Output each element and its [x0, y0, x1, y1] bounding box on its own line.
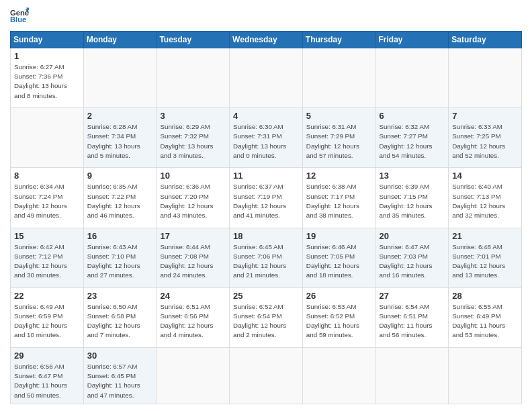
day-info: Sunrise: 6:56 AM Sunset: 6:47 PM Dayligh… — [14, 362, 80, 400]
day-number: 15 — [14, 231, 80, 241]
day-number: 27 — [380, 291, 445, 301]
day-number: 26 — [306, 291, 372, 301]
day-number: 18 — [233, 231, 299, 241]
day-number: 4 — [233, 111, 299, 121]
day-number: 20 — [380, 231, 445, 241]
calendar-cell: 30 Sunrise: 6:57 AM Sunset: 6:45 PM Dayl… — [83, 348, 157, 404]
day-number: 16 — [87, 231, 153, 241]
calendar-cell — [157, 48, 230, 108]
day-number: 29 — [14, 351, 80, 361]
day-number: 30 — [87, 351, 153, 361]
day-info: Sunrise: 6:35 AM Sunset: 7:22 PM Dayligh… — [87, 182, 153, 220]
calendar-cell: 28 Sunrise: 6:55 AM Sunset: 6:49 PM Dayl… — [449, 287, 522, 347]
calendar-cell: 19 Sunrise: 6:46 AM Sunset: 7:05 PM Dayl… — [302, 228, 375, 287]
day-info: Sunrise: 6:40 AM Sunset: 7:13 PM Dayligh… — [452, 182, 518, 220]
calendar-cell — [83, 48, 157, 108]
calendar-cell: 15 Sunrise: 6:42 AM Sunset: 7:12 PM Dayl… — [11, 228, 84, 287]
day-info: Sunrise: 6:30 AM Sunset: 7:31 PM Dayligh… — [233, 122, 299, 161]
calendar-cell — [375, 348, 449, 404]
day-number: 19 — [306, 231, 372, 241]
calendar-table: SundayMondayTuesdayWednesdayThursdayFrid… — [10, 31, 522, 404]
day-info: Sunrise: 6:57 AM Sunset: 6:45 PM Dayligh… — [87, 362, 153, 400]
day-info: Sunrise: 6:54 AM Sunset: 6:51 PM Dayligh… — [380, 302, 445, 340]
day-info: Sunrise: 6:32 AM Sunset: 7:27 PM Dayligh… — [380, 122, 445, 161]
calendar-cell: 18 Sunrise: 6:45 AM Sunset: 7:06 PM Dayl… — [230, 228, 303, 287]
day-info: Sunrise: 6:28 AM Sunset: 7:34 PM Dayligh… — [87, 122, 153, 161]
day-number: 25 — [233, 291, 299, 301]
day-info: Sunrise: 6:37 AM Sunset: 7:19 PM Dayligh… — [233, 182, 299, 220]
calendar-cell: 3 Sunrise: 6:29 AM Sunset: 7:32 PM Dayli… — [157, 108, 230, 168]
day-info: Sunrise: 6:47 AM Sunset: 7:03 PM Dayligh… — [380, 242, 445, 281]
day-number: 3 — [160, 111, 226, 121]
day-number: 13 — [380, 171, 445, 181]
calendar-header-row: SundayMondayTuesdayWednesdayThursdayFrid… — [11, 32, 522, 48]
day-info: Sunrise: 6:46 AM Sunset: 7:05 PM Dayligh… — [306, 242, 372, 281]
day-info: Sunrise: 6:29 AM Sunset: 7:32 PM Dayligh… — [160, 122, 226, 161]
day-number: 23 — [87, 291, 153, 301]
calendar-cell: 17 Sunrise: 6:44 AM Sunset: 7:08 PM Dayl… — [157, 228, 230, 287]
calendar-cell — [230, 348, 303, 404]
calendar-cell: 1 Sunrise: 6:27 AM Sunset: 7:36 PM Dayli… — [11, 48, 84, 108]
calendar-cell — [157, 348, 230, 404]
day-info: Sunrise: 6:44 AM Sunset: 7:08 PM Dayligh… — [160, 242, 226, 281]
day-header-thursday: Thursday — [302, 32, 375, 48]
day-info: Sunrise: 6:45 AM Sunset: 7:06 PM Dayligh… — [233, 242, 299, 281]
day-header-monday: Monday — [83, 32, 157, 48]
day-info: Sunrise: 6:49 AM Sunset: 6:59 PM Dayligh… — [14, 302, 80, 340]
day-info: Sunrise: 6:34 AM Sunset: 7:24 PM Dayligh… — [14, 182, 80, 220]
calendar-cell: 4 Sunrise: 6:30 AM Sunset: 7:31 PM Dayli… — [230, 108, 303, 168]
calendar-cell: 10 Sunrise: 6:36 AM Sunset: 7:20 PM Dayl… — [157, 168, 230, 228]
calendar-cell: 2 Sunrise: 6:28 AM Sunset: 7:34 PM Dayli… — [83, 108, 157, 168]
day-number: 24 — [160, 291, 226, 301]
calendar-cell: 11 Sunrise: 6:37 AM Sunset: 7:19 PM Dayl… — [230, 168, 303, 228]
day-number: 2 — [87, 111, 153, 121]
calendar-cell: 12 Sunrise: 6:38 AM Sunset: 7:17 PM Dayl… — [302, 168, 375, 228]
day-info: Sunrise: 6:27 AM Sunset: 7:36 PM Dayligh… — [14, 62, 80, 101]
day-info: Sunrise: 6:39 AM Sunset: 7:15 PM Dayligh… — [380, 182, 445, 220]
calendar-cell: 24 Sunrise: 6:51 AM Sunset: 6:56 PM Dayl… — [157, 287, 230, 347]
day-info: Sunrise: 6:52 AM Sunset: 6:54 PM Dayligh… — [233, 302, 299, 340]
calendar-cell: 26 Sunrise: 6:53 AM Sunset: 6:52 PM Dayl… — [302, 287, 375, 347]
day-info: Sunrise: 6:33 AM Sunset: 7:25 PM Dayligh… — [452, 122, 518, 161]
day-header-friday: Friday — [375, 32, 449, 48]
day-number: 12 — [306, 171, 372, 181]
calendar-cell: 23 Sunrise: 6:50 AM Sunset: 6:58 PM Dayl… — [83, 287, 157, 347]
logo: General Blue — [10, 7, 32, 26]
svg-text:Blue: Blue — [10, 15, 26, 24]
calendar-cell: 7 Sunrise: 6:33 AM Sunset: 7:25 PM Dayli… — [449, 108, 522, 168]
calendar-cell: 29 Sunrise: 6:56 AM Sunset: 6:47 PM Dayl… — [11, 348, 84, 404]
calendar-cell — [302, 48, 375, 108]
calendar-cell: 22 Sunrise: 6:49 AM Sunset: 6:59 PM Dayl… — [11, 287, 84, 347]
calendar-cell — [11, 108, 84, 168]
day-info: Sunrise: 6:48 AM Sunset: 7:01 PM Dayligh… — [452, 242, 518, 281]
calendar-cell — [230, 48, 303, 108]
day-number: 1 — [14, 51, 80, 61]
day-number: 22 — [14, 291, 80, 301]
calendar-cell: 9 Sunrise: 6:35 AM Sunset: 7:22 PM Dayli… — [83, 168, 157, 228]
header: General Blue — [10, 7, 522, 26]
day-info: Sunrise: 6:50 AM Sunset: 6:58 PM Dayligh… — [87, 302, 153, 340]
logo-icon: General Blue — [10, 7, 29, 26]
calendar-cell: 27 Sunrise: 6:54 AM Sunset: 6:51 PM Dayl… — [375, 287, 449, 347]
day-header-sunday: Sunday — [11, 32, 84, 48]
day-info: Sunrise: 6:38 AM Sunset: 7:17 PM Dayligh… — [306, 182, 372, 220]
page: General Blue SundayMondayTuesdayWednesda… — [0, 0, 532, 411]
day-info: Sunrise: 6:42 AM Sunset: 7:12 PM Dayligh… — [14, 242, 80, 281]
day-header-wednesday: Wednesday — [230, 32, 303, 48]
calendar-cell: 13 Sunrise: 6:39 AM Sunset: 7:15 PM Dayl… — [375, 168, 449, 228]
day-info: Sunrise: 6:51 AM Sunset: 6:56 PM Dayligh… — [160, 302, 226, 340]
day-header-tuesday: Tuesday — [157, 32, 230, 48]
day-number: 10 — [160, 171, 226, 181]
calendar-cell: 16 Sunrise: 6:43 AM Sunset: 7:10 PM Dayl… — [83, 228, 157, 287]
day-number: 7 — [452, 111, 518, 121]
day-number: 14 — [452, 171, 518, 181]
day-number: 21 — [452, 231, 518, 241]
calendar-cell: 21 Sunrise: 6:48 AM Sunset: 7:01 PM Dayl… — [449, 228, 522, 287]
day-info: Sunrise: 6:31 AM Sunset: 7:29 PM Dayligh… — [306, 122, 372, 161]
calendar-cell: 8 Sunrise: 6:34 AM Sunset: 7:24 PM Dayli… — [11, 168, 84, 228]
day-info: Sunrise: 6:36 AM Sunset: 7:20 PM Dayligh… — [160, 182, 226, 220]
calendar-cell: 5 Sunrise: 6:31 AM Sunset: 7:29 PM Dayli… — [302, 108, 375, 168]
day-number: 5 — [306, 111, 372, 121]
calendar-cell: 6 Sunrise: 6:32 AM Sunset: 7:27 PM Dayli… — [375, 108, 449, 168]
day-number: 28 — [452, 291, 518, 301]
